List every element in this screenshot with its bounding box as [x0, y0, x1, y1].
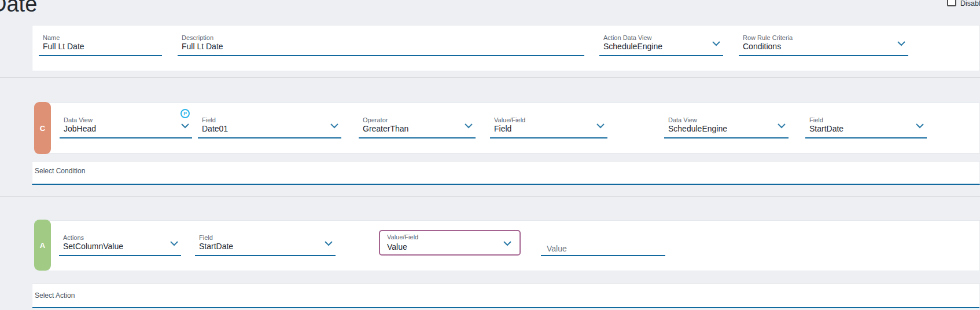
- chevron-down-icon[interactable]: [330, 123, 338, 129]
- select-action-placeholder: Select Action: [35, 291, 75, 300]
- action-field-value: StartDate: [199, 242, 233, 251]
- action-data-view-value: ScheduleEngine: [603, 42, 662, 51]
- chevron-down-icon[interactable]: [170, 241, 178, 246]
- action-data-view-dropdown[interactable]: Action Data View ScheduleEngine: [599, 33, 723, 56]
- select-condition-combo[interactable]: Select Condition: [32, 161, 980, 185]
- chevron-down-icon[interactable]: [325, 241, 333, 246]
- action-actions-value: SetColumnValue: [63, 242, 123, 251]
- condition-data-view-2-label: Data View: [668, 116, 697, 123]
- action-field-dropdown[interactable]: Field StartDate: [195, 233, 336, 256]
- circled-p-icon: P: [180, 109, 190, 118]
- condition-field-dropdown[interactable]: Field Date01: [198, 115, 341, 138]
- condition-data-view-label: Data View: [64, 116, 93, 123]
- condition-data-view-2-value: ScheduleEngine: [668, 124, 727, 133]
- chevron-down-icon[interactable]: [897, 41, 905, 46]
- chevron-down-icon[interactable]: [712, 41, 720, 46]
- condition-operator-dropdown[interactable]: Operator GreaterThan: [359, 115, 476, 138]
- action-actions-label: Actions: [63, 234, 84, 241]
- condition-badge: C: [34, 102, 51, 154]
- description-field[interactable]: Description Full Lt Date: [178, 33, 584, 56]
- condition-field-2-dropdown[interactable]: Field StartDate: [805, 115, 927, 138]
- description-field-value: Full Lt Date: [182, 42, 223, 51]
- condition-data-view-dropdown[interactable]: Data View JobHead P: [60, 115, 192, 138]
- condition-value-field-value: Field: [494, 124, 511, 133]
- row-rule-criteria-label: Row Rule Criteria: [743, 34, 793, 41]
- condition-value-field-label: Value/Field: [494, 116, 525, 123]
- action-value-field-label: Value/Field: [387, 234, 418, 240]
- action-actions-dropdown[interactable]: Actions SetColumnValue: [59, 233, 181, 256]
- action-data-view-label: Action Data View: [603, 34, 652, 41]
- description-field-label: Description: [182, 34, 213, 41]
- condition-field-2-value: StartDate: [809, 124, 843, 133]
- condition-operator-value: GreaterThan: [363, 124, 408, 133]
- condition-field-label: Field: [202, 116, 216, 123]
- action-value-field-value: Value: [387, 242, 407, 251]
- select-action-combo[interactable]: Select Action: [32, 283, 980, 310]
- section-divider: [0, 77, 980, 78]
- chevron-down-icon[interactable]: [778, 123, 786, 129]
- disabled-checkbox[interactable]: [947, 0, 956, 6]
- chevron-down-icon[interactable]: [596, 123, 605, 129]
- chevron-down-icon[interactable]: [503, 241, 511, 246]
- chevron-down-icon[interactable]: [465, 123, 473, 129]
- name-field-value: Full Lt Date: [43, 42, 84, 51]
- chevron-down-icon[interactable]: [181, 123, 189, 129]
- condition-operator-label: Operator: [363, 116, 388, 123]
- page-title: Date: [0, 0, 37, 17]
- name-field[interactable]: Name Full Lt Date: [39, 33, 162, 56]
- condition-data-view-2-dropdown[interactable]: Data View ScheduleEngine: [664, 115, 789, 138]
- action-value-field-dropdown-highlighted[interactable]: Value/Field Value: [379, 230, 521, 256]
- row-rule-criteria-value: Conditions: [743, 42, 781, 51]
- condition-value-field-dropdown[interactable]: Value/Field Field: [490, 115, 607, 138]
- action-field-label: Field: [199, 234, 213, 241]
- name-field-label: Name: [43, 34, 60, 41]
- row-rule-criteria-dropdown[interactable]: Row Rule Criteria Conditions: [739, 33, 908, 56]
- action-value-input[interactable]: [541, 233, 665, 256]
- condition-field-value: Date01: [202, 124, 228, 133]
- chevron-down-icon[interactable]: [916, 123, 924, 129]
- disabled-checkbox-label: Disabled: [960, 0, 980, 8]
- condition-field-2-label: Field: [809, 116, 823, 123]
- section-divider: [0, 196, 980, 197]
- select-condition-placeholder: Select Condition: [35, 167, 85, 175]
- action-badge: A: [34, 220, 51, 271]
- select-action-underline: [32, 307, 979, 308]
- condition-data-view-value: JobHead: [64, 124, 96, 133]
